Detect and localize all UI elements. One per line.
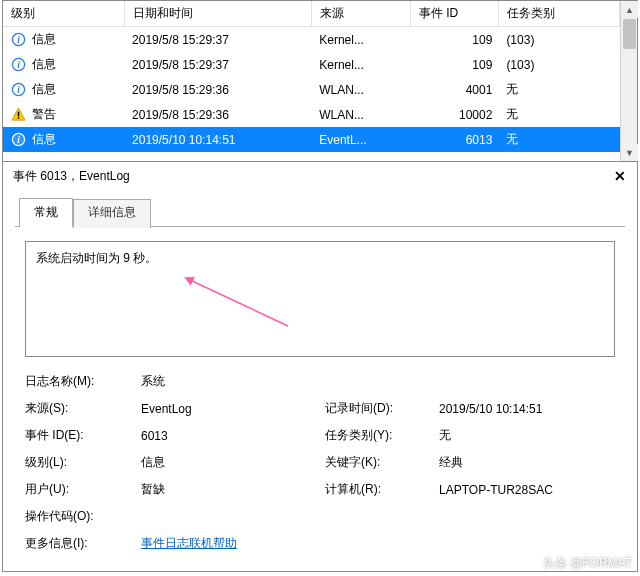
label-keywords: 关键字(K): [325, 454, 435, 471]
row-datetime: 2019/5/8 15:29:37 [124, 27, 311, 53]
row-datetime: 2019/5/10 10:14:51 [124, 127, 311, 152]
scroll-down-icon[interactable]: ▼ [621, 144, 638, 161]
svg-line-10 [190, 280, 288, 326]
row-source: EventL... [311, 127, 410, 152]
row-eventid: 109 [410, 52, 498, 77]
value-logname: 系统 [141, 373, 615, 390]
value-level: 信息 [141, 454, 321, 471]
event-message-box: 系统启动时间为 9 秒。 [25, 241, 615, 357]
label-logname: 日志名称(M): [25, 373, 137, 390]
row-level: 信息 [32, 56, 56, 73]
row-category: 无 [498, 77, 619, 102]
info-icon: i [11, 32, 26, 47]
info-icon: i [11, 132, 26, 147]
label-user: 用户(U): [25, 481, 137, 498]
value-computer: LAPTOP-TUR28SAC [439, 483, 615, 497]
row-level: 信息 [32, 31, 56, 48]
row-source: Kernel... [311, 52, 410, 77]
svg-rect-6 [18, 112, 20, 117]
col-eventid[interactable]: 事件 ID [410, 1, 498, 27]
label-computer: 计算机(R): [325, 481, 435, 498]
row-datetime: 2019/5/8 15:29:36 [124, 102, 311, 127]
row-source: WLAN... [311, 102, 410, 127]
row-source: Kernel... [311, 27, 410, 53]
info-icon: i [11, 57, 26, 72]
col-category[interactable]: 任务类别 [498, 1, 619, 27]
tab-details[interactable]: 详细信息 [73, 199, 151, 228]
row-level: 警告 [32, 106, 56, 123]
value-taskcat: 无 [439, 427, 615, 444]
label-logged: 记录时间(D): [325, 400, 435, 417]
table-row[interactable]: 警告2019/5/8 15:29:36WLAN...10002无 [3, 102, 620, 127]
value-source: EventLog [141, 402, 321, 416]
event-properties: 日志名称(M): 系统 来源(S): EventLog 记录时间(D): 201… [25, 373, 615, 552]
row-eventid: 109 [410, 27, 498, 53]
event-message-text: 系统启动时间为 9 秒。 [36, 251, 157, 265]
svg-rect-7 [18, 117, 20, 119]
moreinfo-link[interactable]: 事件日志联机帮助 [141, 536, 237, 550]
label-source: 来源(S): [25, 400, 137, 417]
value-logged: 2019/5/10 10:14:51 [439, 402, 615, 416]
row-category: 无 [498, 102, 619, 127]
row-level: 信息 [32, 131, 56, 148]
scroll-up-icon[interactable]: ▲ [621, 1, 638, 18]
row-datetime: 2019/5/8 15:29:37 [124, 52, 311, 77]
row-category: 无 [498, 127, 619, 152]
row-eventid: 4001 [410, 77, 498, 102]
info-icon: i [11, 82, 26, 97]
col-level[interactable]: 级别 [3, 1, 124, 27]
row-datetime: 2019/5/8 15:29:36 [124, 77, 311, 102]
table-row[interactable]: i信息2019/5/8 15:29:37Kernel...109(103) [3, 52, 620, 77]
details-tabstrip: 常规 详细信息 [3, 187, 637, 226]
col-datetime[interactable]: 日期和时间 [124, 1, 311, 27]
value-user: 暂缺 [141, 481, 321, 498]
table-row[interactable]: i信息2019/5/8 15:29:37Kernel...109(103) [3, 27, 620, 53]
svg-text:i: i [17, 35, 20, 45]
col-source[interactable]: 来源 [311, 1, 410, 27]
list-scrollbar[interactable]: ▲ ▼ [620, 1, 637, 161]
warning-icon [11, 107, 26, 122]
tab-general[interactable]: 常规 [19, 198, 73, 227]
label-opcode: 操作代码(O): [25, 508, 137, 525]
event-list: 级别 日期和时间 来源 事件 ID 任务类别 i信息2019/5/8 15:29… [3, 1, 637, 161]
label-eventid: 事件 ID(E): [25, 427, 137, 444]
table-row[interactable]: i信息2019/5/8 15:29:36WLAN...4001无 [3, 77, 620, 102]
details-title: 事件 6013，EventLog [13, 168, 611, 185]
table-header-row[interactable]: 级别 日期和时间 来源 事件 ID 任务类别 [3, 1, 620, 27]
row-level: 信息 [32, 81, 56, 98]
table-row[interactable]: i信息2019/5/10 10:14:51EventL...6013无 [3, 127, 620, 152]
row-eventid: 6013 [410, 127, 498, 152]
row-source: WLAN... [311, 77, 410, 102]
event-table[interactable]: 级别 日期和时间 来源 事件 ID 任务类别 i信息2019/5/8 15:29… [3, 1, 620, 152]
label-level: 级别(L): [25, 454, 137, 471]
value-keywords: 经典 [439, 454, 615, 471]
event-details-pane: 事件 6013，EventLog ✕ 常规 详细信息 系统启动时间为 9 秒。 [3, 161, 637, 571]
svg-text:i: i [17, 85, 20, 95]
row-eventid: 10002 [410, 102, 498, 127]
close-icon[interactable]: ✕ [611, 169, 629, 185]
value-eventid: 6013 [141, 429, 321, 443]
annotation-arrow-icon [184, 276, 294, 332]
svg-text:i: i [17, 60, 20, 70]
row-category: (103) [498, 52, 619, 77]
label-taskcat: 任务类别(Y): [325, 427, 435, 444]
scroll-thumb[interactable] [623, 19, 636, 49]
svg-text:i: i [17, 135, 20, 145]
label-moreinfo: 更多信息(I): [25, 535, 137, 552]
row-category: (103) [498, 27, 619, 53]
